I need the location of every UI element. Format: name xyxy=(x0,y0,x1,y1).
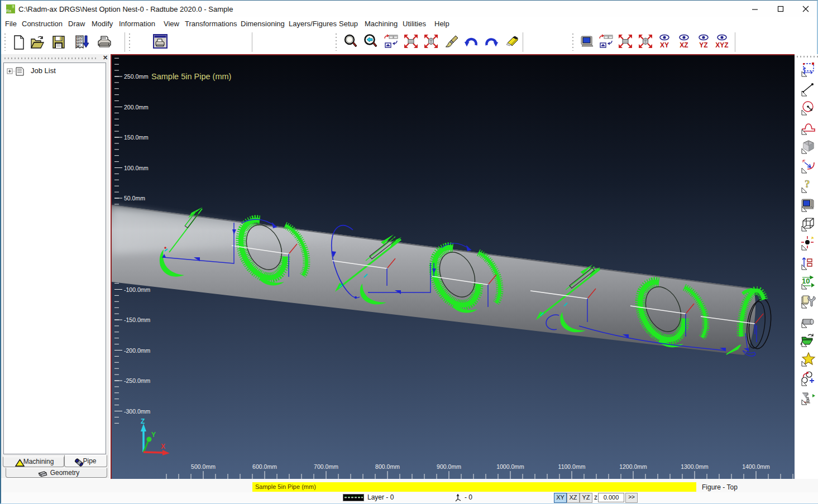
svg-text:500.0mm: 500.0mm xyxy=(191,463,216,470)
svg-text:700.0mm: 700.0mm xyxy=(314,463,338,470)
svg-text:-200.0mm: -200.0mm xyxy=(124,347,151,354)
svg-text:Y: Y xyxy=(151,431,156,439)
svg-text:800.0mm: 800.0mm xyxy=(375,463,400,470)
svg-text:T: T xyxy=(12,5,15,8)
svg-text:250.0mm: 250.0mm xyxy=(124,73,149,80)
svg-text:100.0mm: 100.0mm xyxy=(124,165,149,171)
svg-text:200.0mm: 200.0mm xyxy=(124,104,149,111)
svg-text:Ra: Ra xyxy=(6,9,11,13)
svg-text:1100.0mm: 1100.0mm xyxy=(558,463,586,470)
svg-text:150.0mm: 150.0mm xyxy=(124,134,149,141)
svg-text:10: 10 xyxy=(802,277,810,285)
svg-text:-250.0mm: -250.0mm xyxy=(124,377,151,384)
svg-text:YZ: YZ xyxy=(699,41,707,49)
svg-text:900.0mm: 900.0mm xyxy=(437,463,461,470)
svg-text:Sample 5in Pipe (mm): Sample 5in Pipe (mm) xyxy=(151,72,231,81)
svg-text:?: ? xyxy=(805,178,810,190)
svg-text:-300.0mm: -300.0mm xyxy=(124,408,151,415)
svg-text:600.0mm: 600.0mm xyxy=(252,463,277,470)
svg-text:1400.0mm: 1400.0mm xyxy=(742,463,770,470)
svg-text:1000.0mm: 1000.0mm xyxy=(496,463,524,470)
svg-text:GO!: GO! xyxy=(76,45,81,47)
svg-text:XZ: XZ xyxy=(680,41,688,49)
svg-text:1300.0mm: 1300.0mm xyxy=(681,463,709,470)
svg-text:-150.0mm: -150.0mm xyxy=(124,316,151,323)
svg-text:X: X xyxy=(161,443,165,450)
svg-text:XY: XY xyxy=(660,41,669,49)
svg-text:Z: Z xyxy=(141,417,145,425)
svg-text:50.0mm: 50.0mm xyxy=(124,195,145,201)
svg-text:1200.0mm: 1200.0mm xyxy=(619,463,647,470)
svg-text:XYZ: XYZ xyxy=(715,41,728,49)
svg-text:-100.0mm: -100.0mm xyxy=(124,286,151,293)
